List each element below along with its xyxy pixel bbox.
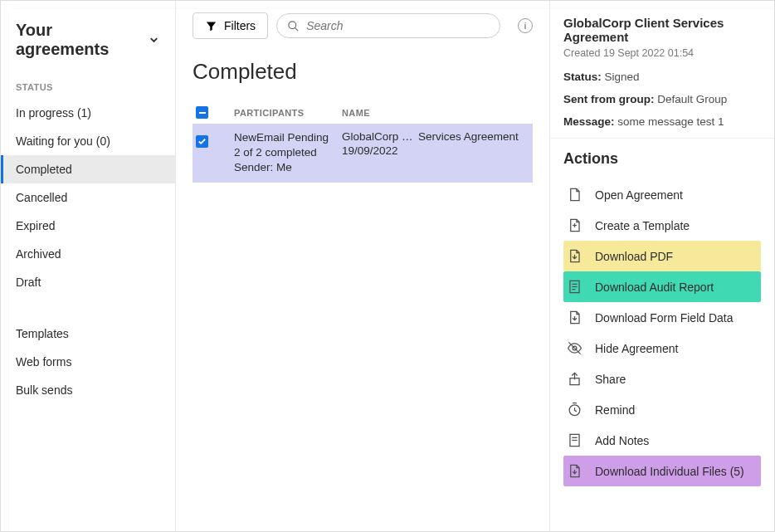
action-share[interactable]: Share — [563, 364, 761, 394]
action-label: Create a Template — [595, 219, 690, 232]
clock-icon — [567, 402, 582, 417]
sidebar-item-bulksends[interactable]: Bulk sends — [1, 376, 175, 404]
chevron-down-icon — [148, 33, 160, 46]
message-label: Message: — [563, 115, 615, 128]
col-name: NAME — [342, 108, 533, 118]
sidebar-item-cancelled[interactable]: Cancelled — [1, 183, 175, 212]
group-label: Sent from group: — [563, 93, 655, 105]
app-root: Your agreements STATUS In progress (1) W… — [0, 0, 775, 532]
download-pdf-icon — [567, 248, 582, 264]
search-input[interactable] — [306, 19, 490, 32]
sidebar-title[interactable]: Your agreements — [1, 12, 175, 76]
select-all-checkbox[interactable] — [196, 106, 208, 119]
detail-message: Message: some message test 1 — [563, 115, 761, 128]
row-name: GlobalCorp Client Services Agreement 19/… — [342, 130, 533, 157]
check-icon — [197, 137, 207, 146]
row-check-cell — [193, 130, 234, 148]
sidebar-item-expired[interactable]: Expired — [1, 212, 175, 240]
participant-name: NewEmail Pending — [234, 130, 342, 145]
row-date: 19/09/2022 — [342, 144, 533, 157]
template-icon — [567, 217, 582, 233]
action-remind[interactable]: Remind — [563, 394, 761, 425]
action-label: Download Audit Report — [595, 281, 714, 294]
hide-icon — [567, 340, 582, 356]
action-download-pdf[interactable]: Download PDF — [563, 241, 761, 271]
action-open-agreement[interactable]: Open Agreement — [563, 179, 761, 210]
row-name-part1: GlobalCorp Client — [342, 130, 415, 143]
sidebar-item-archived[interactable]: Archived — [1, 240, 175, 268]
action-download-form-data[interactable]: Download Form Field Data — [563, 302, 761, 333]
action-label: Download PDF — [595, 250, 673, 263]
table-header: PARTICIPANTS NAME — [193, 101, 533, 124]
group-value: Default Group — [657, 93, 727, 105]
filters-label: Filters — [224, 19, 256, 32]
action-label: Download Individual Files (5) — [595, 465, 744, 478]
download-files-icon — [567, 463, 582, 479]
search-field[interactable] — [276, 13, 500, 38]
svg-line-1 — [295, 27, 299, 31]
action-add-notes[interactable]: Add Notes — [563, 425, 761, 456]
main-panel: Filters i Completed PARTICIPANTS NAME — [176, 1, 550, 531]
svg-point-0 — [289, 21, 296, 28]
detail-title: GlobalCorp Client Services Agreement — [563, 16, 761, 44]
filters-button[interactable]: Filters — [193, 12, 268, 39]
detail-status: Status: Signed — [563, 71, 761, 83]
sidebar-group-other: Templates Web forms Bulk sends — [1, 320, 175, 404]
action-hide-agreement[interactable]: Hide Agreement — [563, 333, 761, 364]
col-participants: PARTICIPANTS — [234, 108, 342, 118]
row-checkbox[interactable] — [196, 135, 208, 148]
sidebar-item-waiting[interactable]: Waiting for you (0) — [1, 127, 175, 155]
status-label: Status: — [563, 71, 602, 83]
sidebar: Your agreements STATUS In progress (1) W… — [1, 1, 176, 531]
detail-group: Sent from group: Default Group — [563, 93, 761, 105]
table-row[interactable]: NewEmail Pending 2 of 2 completed Sender… — [193, 124, 533, 183]
sidebar-title-text: Your agreements — [16, 21, 141, 59]
action-label: Remind — [595, 403, 635, 417]
sidebar-item-templates[interactable]: Templates — [1, 320, 175, 348]
action-create-template[interactable]: Create a Template — [563, 210, 761, 241]
action-label: Open Agreement — [595, 188, 683, 202]
action-download-audit[interactable]: Download Audit Report — [563, 271, 761, 302]
sidebar-item-in-progress[interactable]: In progress (1) — [1, 99, 175, 127]
message-value: some message test 1 — [617, 115, 724, 128]
info-icon[interactable]: i — [518, 18, 533, 33]
participant-progress: 2 of 2 completed — [234, 145, 342, 160]
action-label: Share — [595, 373, 626, 386]
document-icon — [567, 187, 582, 203]
divider — [550, 138, 774, 139]
sidebar-item-webforms[interactable]: Web forms — [1, 348, 175, 376]
details-panel: GlobalCorp Client Services Agreement Cre… — [550, 1, 774, 531]
page-title: Completed — [193, 59, 533, 85]
audit-report-icon — [567, 279, 582, 295]
sidebar-item-completed[interactable]: Completed — [1, 155, 175, 183]
select-all-cell — [193, 106, 234, 119]
notes-icon — [567, 432, 582, 448]
action-label: Hide Agreement — [595, 342, 678, 355]
row-participants: NewEmail Pending 2 of 2 completed Sender… — [234, 130, 342, 176]
detail-created: Created 19 Sept 2022 01:54 — [563, 47, 761, 59]
action-download-individual-files[interactable]: Download Individual Files (5) — [563, 456, 761, 486]
search-icon — [287, 20, 300, 32]
filter-icon — [205, 20, 217, 32]
participant-sender: Sender: Me — [234, 160, 342, 175]
actions-heading: Actions — [563, 150, 761, 168]
sidebar-item-draft[interactable]: Draft — [1, 268, 175, 296]
row-name-part2: Services Agreement — [418, 130, 519, 143]
status-heading: STATUS — [1, 76, 175, 99]
status-value: Signed — [605, 71, 640, 83]
share-icon — [567, 371, 582, 387]
form-data-icon — [567, 310, 582, 325]
action-label: Add Notes — [595, 434, 649, 447]
action-label: Download Form Field Data — [595, 311, 734, 325]
toolbar: Filters i — [193, 12, 533, 39]
